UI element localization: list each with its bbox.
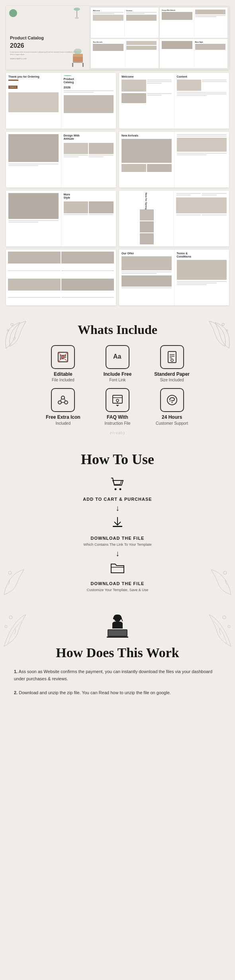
- floral-bottom-right: [201, 565, 233, 597]
- svg-point-46: [9, 616, 12, 619]
- floral-work-left: [2, 609, 34, 648]
- spread-welcome-content: Welcome Con: [119, 73, 229, 129]
- svg-point-48: [223, 616, 226, 619]
- svg-point-33: [116, 399, 119, 402]
- sp-terms-label: Terms &Conditions: [177, 252, 227, 259]
- work-step-2-number: 2.: [14, 690, 18, 695]
- sp-brown-accent: [8, 80, 18, 81]
- envato-watermark: envato: [6, 430, 229, 435]
- svg-rect-55: [107, 636, 128, 638]
- svg-rect-1: [76, 11, 77, 18]
- spread-new-spring: New for Spring: [119, 191, 229, 246]
- include-item-font: Aa Include Free Font Link: [92, 345, 143, 382]
- sp-arrivals-right: [174, 132, 229, 187]
- svg-point-27: [65, 401, 68, 404]
- work-step-1-text: 1. Ass soon as Website confirms the paym…: [14, 668, 221, 682]
- sp-thankyou-label: Thank you for Ordering: [8, 75, 59, 78]
- catalog-preview-section: Product Catalog 2026 Lorem ipsum dolor s…: [0, 0, 235, 314]
- include-sublabel-support: Customer Support: [156, 421, 188, 426]
- include-icon-support: 24: [160, 388, 184, 412]
- cover-title: Product Catalog: [10, 35, 85, 41]
- step-3-icon: [110, 560, 125, 579]
- how-work-section: How Does This Work 1. Ass soon as Websit…: [0, 605, 235, 716]
- include-sublabel-editable: File Included: [52, 378, 74, 382]
- sp-spring-img2: [140, 221, 154, 232]
- mini-spread-design: Design With Attitude: [160, 8, 227, 38]
- include-label-support: 24 Hours: [162, 414, 182, 420]
- how-to-use-title: How To Use: [6, 451, 229, 468]
- svg-rect-20: [168, 351, 176, 363]
- sp-terms-img: [177, 260, 227, 280]
- spread-gallery: [6, 250, 116, 305]
- sp-chair-img: [64, 95, 114, 113]
- extra-icon-svg: [57, 394, 69, 406]
- spread-offer-terms: Our Offer Terms &Conditions: [119, 250, 229, 305]
- spread-design-attitude: Design WithAttitude: [6, 132, 116, 187]
- sp-design-right: Design WithAttitude: [61, 132, 116, 187]
- step-2: DOWNLOAD THE FILE Which Contains The Lin…: [83, 515, 151, 547]
- sp-text-1: [64, 90, 114, 91]
- sp-terms-right: Terms &Conditions: [174, 250, 229, 305]
- step-1: ADD TO CART & PURCHASE: [83, 476, 152, 502]
- include-item-support: 24 24 Hours Customer Support: [147, 388, 197, 425]
- sp-catalog-right: ProductCatalog 2026: [61, 73, 116, 129]
- font-svg-icon: Aa: [111, 351, 124, 363]
- faq-svg-icon: [111, 394, 124, 406]
- sp-more-img2: [64, 201, 88, 213]
- sp-arrivals-left: New Arrivals: [119, 132, 174, 187]
- svg-point-25: [61, 396, 65, 399]
- svg-point-39: [8, 571, 12, 574]
- step-3-sublabel: Customize Your Template, Save & Use: [87, 588, 148, 593]
- mini-spread-more: More Style: [160, 39, 227, 68]
- sp-more-left: [6, 191, 61, 246]
- step-1-label: ADD TO CART & PURCHASE: [83, 497, 152, 502]
- sp-gallery-grid: [6, 250, 116, 305]
- svg-point-40: [223, 571, 227, 574]
- person-laptop-icon: [104, 613, 131, 640]
- include-label-font: Include Free: [104, 371, 132, 377]
- sp-spring-img3: [140, 233, 154, 244]
- svg-line-28: [61, 399, 61, 401]
- sp-welcome-left: Welcome: [119, 73, 174, 129]
- support-svg-icon: 24: [166, 394, 178, 406]
- sp-arrivals-img3: [147, 164, 172, 172]
- include-label-editable: Editable: [54, 371, 72, 377]
- step-2-label: DOWNLOAD THE FILE: [91, 536, 145, 541]
- catalog-row-3: Design WithAttitude New Arri: [6, 132, 229, 187]
- lamp-decoration: [73, 6, 81, 20]
- sp-arrivals-img2: [121, 164, 146, 172]
- include-icon-font: Aa: [106, 345, 129, 369]
- step-arrow-2: ↓: [116, 549, 119, 558]
- work-step-2-body: Download and unzip the zip file. You can…: [19, 690, 171, 695]
- sp-content-img1: [177, 80, 202, 91]
- editable-svg-icon: [57, 351, 69, 363]
- sp-spring-img1: [140, 209, 154, 221]
- svg-point-0: [74, 8, 80, 11]
- svg-rect-43: [113, 526, 122, 527]
- sp-welcome-img1: [121, 80, 146, 92]
- sp-design-left: [6, 132, 61, 187]
- sp-design-img: [8, 134, 59, 162]
- svg-point-8: [74, 49, 82, 54]
- work-step-2: 2. Download and unzip the zip file. You …: [14, 689, 221, 697]
- sp-arrivals-main-img: [121, 139, 172, 163]
- sp-gallery-img1: [8, 252, 61, 264]
- sp-arrivals-img4: [177, 138, 227, 152]
- whats-include-title: Whats Include: [6, 322, 229, 337]
- cover-accent-circle: [9, 9, 17, 17]
- work-step-1: 1. Ass soon as Website confirms the paym…: [14, 668, 221, 682]
- catalog-row-2: Thank you for Ordering Contact Us Produc…: [6, 73, 229, 129]
- paper-svg-icon: [166, 351, 178, 363]
- sp-spring-left: New for Spring: [119, 191, 174, 246]
- sp-more-label: MoreStyle: [64, 193, 114, 200]
- svg-rect-6: [82, 63, 84, 67]
- floral-work-right: [201, 609, 233, 648]
- step-3-label: DOWNLOAD THE FILE: [91, 581, 145, 586]
- sp-arrivals-label: New Arrivals: [121, 134, 172, 137]
- sp-spring-label: New for Spring: [145, 193, 147, 210]
- how-work-title: How Does This Work: [6, 645, 229, 660]
- sp-welcome-label: Welcome: [121, 75, 172, 78]
- include-item-editable: Editable File Included: [38, 345, 88, 382]
- svg-point-41: [114, 488, 116, 490]
- step-3: DOWNLOAD THE FILE Customize Your Templat…: [87, 560, 148, 593]
